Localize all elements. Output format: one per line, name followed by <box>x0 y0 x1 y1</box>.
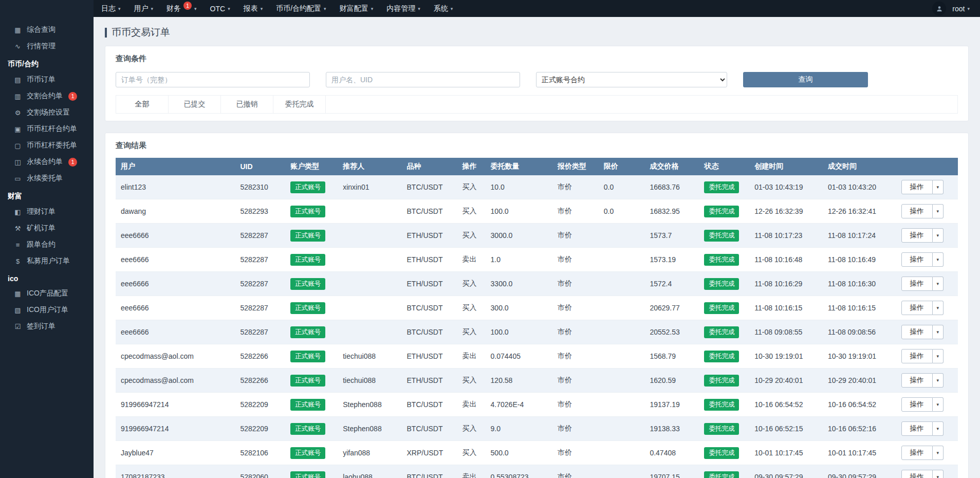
side-cell: 买入 <box>457 417 486 441</box>
chevron-down-icon: ▾ <box>228 6 230 11</box>
sidebar-item-private-placement-orders[interactable]: $私募用户订单 <box>0 253 94 269</box>
row-action-button[interactable]: 操作 <box>901 180 933 194</box>
row-action-caret[interactable]: ▾ <box>933 470 944 478</box>
dealt-time-cell: 10-16 06:52:16 <box>823 417 896 441</box>
sidebar-item-miner-orders[interactable]: ⚒矿机订单 <box>0 220 94 236</box>
tab-cancelled[interactable]: 已撤销 <box>221 96 273 113</box>
referrer-cell <box>338 272 401 296</box>
nav-item-finance[interactable]: 财务1▾ <box>160 0 204 17</box>
symbol-cell: BTC/USDT <box>402 465 457 478</box>
row-action-caret[interactable]: ▾ <box>933 252 944 267</box>
row-action-caret[interactable]: ▾ <box>933 349 944 363</box>
sidebar-item-market-management[interactable]: ∿行情管理 <box>0 38 94 54</box>
row-action-button[interactable]: 操作 <box>901 421 933 436</box>
column-header: 用户 <box>116 158 235 175</box>
sidebar-item-wealth-orders[interactable]: ◧理财订单 <box>0 204 94 220</box>
deal-price-cell: 1573.19 <box>644 248 699 272</box>
status-badge: 委托完成 <box>704 351 739 362</box>
sidebar-item-delivery-contracts[interactable]: ▥交割合约单1 <box>0 88 94 104</box>
uid-cell: 5282293 <box>235 199 285 224</box>
tab-submitted[interactable]: 已提交 <box>169 96 221 113</box>
row-action-button[interactable]: 操作 <box>901 301 933 315</box>
row-action-button[interactable]: 操作 <box>901 325 933 339</box>
nav-item-label: 日志 <box>101 4 116 13</box>
sidebar-item-coin-orders[interactable]: ▤币币订单 <box>0 71 94 88</box>
side-cell: 买入 <box>457 272 486 296</box>
limit-price-cell <box>599 248 645 272</box>
row-action-caret[interactable]: ▾ <box>933 373 944 388</box>
sidebar-item-coin-margin-contracts[interactable]: ▣币币杠杆合约单 <box>0 121 94 137</box>
side-cell: 买入 <box>457 199 486 224</box>
table-row: Jayblue475282106正式账号yifan088XRP/USDT买入50… <box>116 441 958 465</box>
side-cell: 卖出 <box>457 248 486 272</box>
nav-item-otc[interactable]: OTC▾ <box>204 0 237 17</box>
navbar-right: root ▾ <box>932 2 970 15</box>
row-action-caret[interactable]: ▾ <box>933 397 944 412</box>
page-title-text: 币币交易订单 <box>112 26 170 39</box>
row-action-button[interactable]: 操作 <box>901 349 933 363</box>
symbol-cell: ETH/USDT <box>402 369 457 393</box>
row-action-caret[interactable]: ▾ <box>933 446 944 460</box>
sidebar-item-ico-user-orders[interactable]: ▧ICO用户订单 <box>0 302 94 318</box>
nav-item-content-management[interactable]: 内容管理▾ <box>380 0 427 17</box>
symbol-cell: ETH/USDT <box>402 344 457 369</box>
row-action-caret[interactable]: ▾ <box>933 325 944 339</box>
user-cell: 919966947214 <box>116 393 235 417</box>
tab-all[interactable]: 全部 <box>116 96 169 113</box>
sidebar-item-copy-trading[interactable]: ≡跟单合约 <box>0 236 94 253</box>
username-uid-input[interactable] <box>326 72 520 87</box>
sidebar-item-label: 矿机订单 <box>27 224 56 233</box>
uid-cell: 5282287 <box>235 248 285 272</box>
row-action-caret[interactable]: ▾ <box>933 301 944 315</box>
row-action-caret[interactable]: ▾ <box>933 204 944 218</box>
account-type-cell: 正式账号 <box>285 465 338 478</box>
dollar-icon: $ <box>13 258 22 265</box>
sidebar-item-checkin-orders[interactable]: ☑签到订单 <box>0 318 94 335</box>
row-action-button[interactable]: 操作 <box>901 252 933 267</box>
sidebar-item-perpetual-delegates[interactable]: ▭永续委托单 <box>0 170 94 187</box>
row-action-caret[interactable]: ▾ <box>933 277 944 291</box>
nav-item-wealth-config[interactable]: 财富配置▾ <box>333 0 380 17</box>
account-type-badge: 正式账号 <box>290 181 325 193</box>
row-action-button[interactable]: 操作 <box>901 228 933 243</box>
nav-item-reports[interactable]: 报表▾ <box>237 0 270 17</box>
limit-price-cell <box>599 224 645 248</box>
price-type-cell: 市价 <box>552 296 599 320</box>
status-cell: 委托完成 <box>699 199 749 224</box>
sidebar-item-delivery-risk-settings[interactable]: ⚙交割场控设置 <box>0 104 94 121</box>
order-number-input[interactable] <box>116 72 310 87</box>
row-action-button[interactable]: 操作 <box>901 397 933 412</box>
row-action-button[interactable]: 操作 <box>901 446 933 460</box>
column-header: UID <box>235 158 285 175</box>
limit-price-cell: 0.0 <box>599 175 645 199</box>
row-action-button[interactable]: 操作 <box>901 277 933 291</box>
sidebar-item-coin-margin-delegates[interactable]: ▢币币杠杆委托单 <box>0 137 94 154</box>
search-button[interactable]: 查询 <box>743 72 868 87</box>
user-avatar-icon[interactable] <box>932 2 946 15</box>
sidebar-item-comprehensive-query[interactable]: ▦综合查询 <box>0 22 94 38</box>
sidebar-item-perpetual-contracts[interactable]: ◫永续合约单1 <box>0 154 94 170</box>
table-row: eee66665282287正式账号BTC/USDT买入300.0市价20629… <box>116 296 958 320</box>
nav-item-coin-contract-config[interactable]: 币币/合约配置▾ <box>269 0 332 17</box>
row-action-caret[interactable]: ▾ <box>933 180 944 194</box>
row-action-caret[interactable]: ▾ <box>933 421 944 436</box>
nav-item-users[interactable]: 用户▾ <box>127 0 160 17</box>
sidebar-item-label: 跟单合约 <box>27 240 56 249</box>
created-time-cell: 10-30 19:19:01 <box>749 344 823 369</box>
row-action-button[interactable]: 操作 <box>901 373 933 388</box>
nav-item-logs[interactable]: 日志▾ <box>95 0 127 17</box>
nav-item-label: 用户 <box>134 4 149 13</box>
referrer-cell <box>338 296 401 320</box>
row-action-button[interactable]: 操作 <box>901 204 933 218</box>
row-action-caret[interactable]: ▾ <box>933 228 944 243</box>
user-menu[interactable]: root ▾ <box>952 5 970 13</box>
action-cell: 操作▾ <box>896 175 958 199</box>
tab-completed[interactable]: 委托完成 <box>273 96 326 113</box>
account-type-select[interactable]: 正式账号合约 <box>536 72 727 87</box>
amount-cell: 4.7026E-4 <box>486 393 552 417</box>
nav-item-system[interactable]: 系统▾ <box>427 0 460 17</box>
row-action-button[interactable]: 操作 <box>901 470 933 478</box>
sidebar-item-ico-product-config[interactable]: ▦ICO产品配置 <box>0 285 94 302</box>
sidebar-item-label: 综合查询 <box>27 25 56 34</box>
status-badge: 委托完成 <box>704 278 739 290</box>
